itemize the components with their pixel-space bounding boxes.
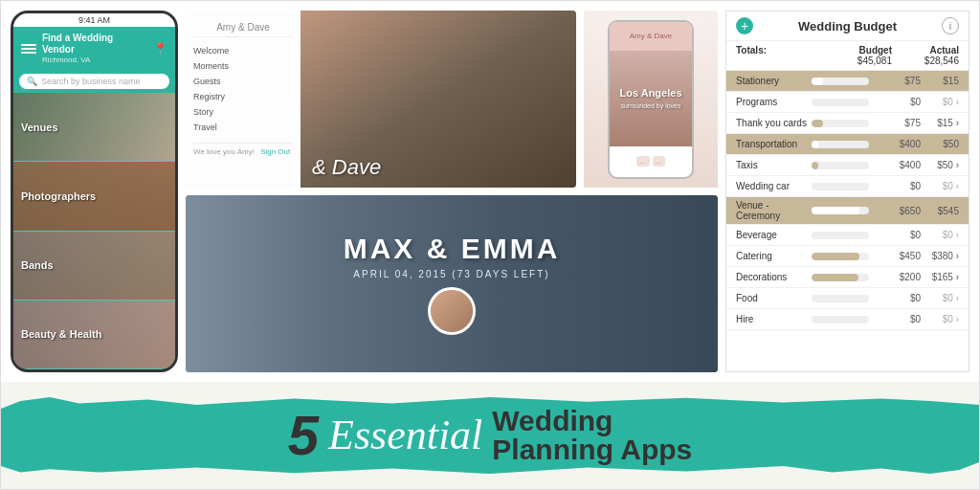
row-label: Beverage xyxy=(736,230,812,240)
sign-out-link[interactable]: Sign Out xyxy=(260,147,290,156)
budget-row[interactable]: Food $0 $0 › xyxy=(726,288,969,309)
row-budget: $0 xyxy=(873,97,921,107)
menu-travel[interactable]: Travel xyxy=(193,120,293,135)
amy-dave-photo: & Dave xyxy=(301,11,576,188)
row-label: Hire xyxy=(736,314,812,324)
budget-panel: + Wedding Budget i Totals: Budget $45,08… xyxy=(725,11,969,372)
banner-essential: Essential xyxy=(328,414,482,457)
row-budget: $400 xyxy=(873,139,921,149)
search-placeholder: Search by business name xyxy=(41,77,141,86)
search-icon: 🔍 xyxy=(27,77,37,86)
budget-bar-container xyxy=(812,183,869,190)
amy-dave-couple-name: Amy & Dave xyxy=(193,18,293,37)
budget-rows: Stationery $75 $15 Programs $0 $0 › Than… xyxy=(726,71,969,330)
budget-row[interactable]: Programs $0 $0 › xyxy=(726,92,969,113)
row-label: Taxis xyxy=(736,160,812,170)
hamburger-icon[interactable] xyxy=(21,44,36,54)
row-budget: $0 xyxy=(873,314,921,324)
menu-item-beauty[interactable]: Beauty & Health xyxy=(13,301,175,369)
top-apps-row: Amy & Dave Welcome Moments Guests Regist… xyxy=(186,11,718,188)
budget-bar-container xyxy=(812,99,869,106)
menu-moments[interactable]: Moments xyxy=(193,58,293,74)
menu-item-bands[interactable]: Bands xyxy=(13,232,175,301)
menu-guests[interactable]: Guests xyxy=(193,74,293,89)
row-budget: $450 xyxy=(873,251,921,261)
phone-search-bar[interactable]: 🔍 Search by business name xyxy=(19,74,169,89)
row-budget: $650 xyxy=(873,206,921,216)
row-budget: $400 xyxy=(873,160,921,170)
budget-totals-label: Totals: xyxy=(736,45,825,66)
la-phone-header: Amy & Dave xyxy=(610,22,692,51)
budget-row[interactable]: Transportation $400 $50 xyxy=(726,134,969,155)
max-emma-content: MAX & EMMA APRIL 04, 2015 (73 DAYS LEFT) xyxy=(344,233,561,335)
budget-row[interactable]: Taxis $400 $50 › xyxy=(726,155,969,176)
banner-right-text: Wedding Planning Apps xyxy=(492,407,692,464)
budget-row[interactable]: Venue - Ceremony $650 $545 xyxy=(726,197,969,225)
budget-bar-container xyxy=(812,295,869,302)
budget-add-button[interactable]: + xyxy=(736,17,753,34)
amy-dave-card: Amy & Dave Welcome Moments Guests Regist… xyxy=(186,11,576,188)
budget-header: + Wedding Budget i xyxy=(726,11,969,41)
bands-label: Bands xyxy=(13,232,175,300)
la-phone-bottom: ... ... xyxy=(610,146,692,177)
menu-story[interactable]: Story xyxy=(193,104,293,120)
la-desc: surrounded by loves xyxy=(620,102,682,109)
budget-row[interactable]: Stationery $75 $15 xyxy=(726,71,969,92)
phone-header: Find a Wedding Vendor Richmond, VA 📍 xyxy=(13,27,175,70)
la-city: Los Angeles xyxy=(620,87,682,99)
budget-bar-container xyxy=(812,120,869,127)
banner-text: 5 Essential Wedding Planning Apps xyxy=(288,407,692,464)
budget-total-value: $45,081 xyxy=(825,56,892,66)
budget-row[interactable]: Beverage $0 $0 › xyxy=(726,225,969,246)
row-actual: $0 › xyxy=(921,293,959,303)
main-container: 9:41 AM Find a Wedding Vendor Richmond, … xyxy=(0,0,980,490)
budget-actual-header: Actual $28,546 xyxy=(892,45,959,66)
la-buttons: ... ... xyxy=(615,152,686,171)
menu-welcome[interactable]: Welcome xyxy=(193,43,293,58)
budget-bar xyxy=(812,253,859,260)
budget-row[interactable]: Wedding car $0 $0 › xyxy=(726,176,969,197)
budget-row[interactable]: Thank you cards $75 $15 › xyxy=(726,113,969,134)
budget-bar-container xyxy=(812,253,869,260)
location-icon[interactable]: 📍 xyxy=(153,42,167,56)
budget-bar xyxy=(812,120,823,127)
max-emma-title: MAX & EMMA xyxy=(344,233,561,265)
max-emma-avatar xyxy=(428,287,476,335)
beauty-label: Beauty & Health xyxy=(13,301,175,368)
budget-bar-container xyxy=(812,232,869,239)
max-emma-card: MAX & EMMA APRIL 04, 2015 (73 DAYS LEFT) xyxy=(186,195,718,372)
row-budget: $0 xyxy=(873,230,921,240)
budget-title: Wedding Budget xyxy=(753,19,942,33)
budget-row[interactable]: Decorations $200 $165 › xyxy=(726,267,969,288)
budget-bar-container xyxy=(812,162,869,169)
row-budget: $0 xyxy=(873,293,921,303)
la-phone-text: Los Angeles surrounded by loves xyxy=(620,87,682,109)
row-actual: $380 › xyxy=(921,251,959,261)
menu-item-venues[interactable]: Venues xyxy=(13,93,175,162)
la-phone-card: Amy & Dave Los Angeles surrounded by lov… xyxy=(584,11,718,188)
banner-planning-apps: Planning Apps xyxy=(492,435,692,464)
row-budget: $75 xyxy=(873,118,921,128)
row-actual: $15 xyxy=(921,76,959,86)
budget-totals-row: Totals: Budget $45,081 Actual $28,546 xyxy=(726,41,969,71)
budget-bar xyxy=(812,162,818,169)
budget-row[interactable]: Hire $0 $0 › xyxy=(726,309,969,330)
menu-item-photographers[interactable]: Photographers xyxy=(13,162,175,231)
la-button-1[interactable]: ... xyxy=(636,156,650,167)
row-actual: $0 › xyxy=(921,314,959,324)
top-section: 9:41 AM Find a Wedding Vendor Richmond, … xyxy=(1,1,979,382)
amy-dave-title: & Dave xyxy=(312,155,565,180)
amy-dave-overlay: & Dave xyxy=(301,147,576,188)
budget-bar-container xyxy=(812,78,869,85)
row-actual: $0 › xyxy=(921,97,959,107)
la-button-2[interactable]: ... xyxy=(653,156,666,167)
sign-out-section: We love you Amy! Sign Out xyxy=(193,143,293,156)
row-actual: $0 › xyxy=(921,230,959,240)
phone-header-subtitle: Richmond, VA xyxy=(42,56,147,64)
row-label: Food xyxy=(736,293,812,303)
budget-info-button[interactable]: i xyxy=(942,17,959,34)
budget-bar xyxy=(812,78,823,85)
budget-row[interactable]: Catering $450 $380 › xyxy=(726,246,969,267)
row-actual: $545 xyxy=(921,206,959,216)
menu-registry[interactable]: Registry xyxy=(193,89,293,104)
